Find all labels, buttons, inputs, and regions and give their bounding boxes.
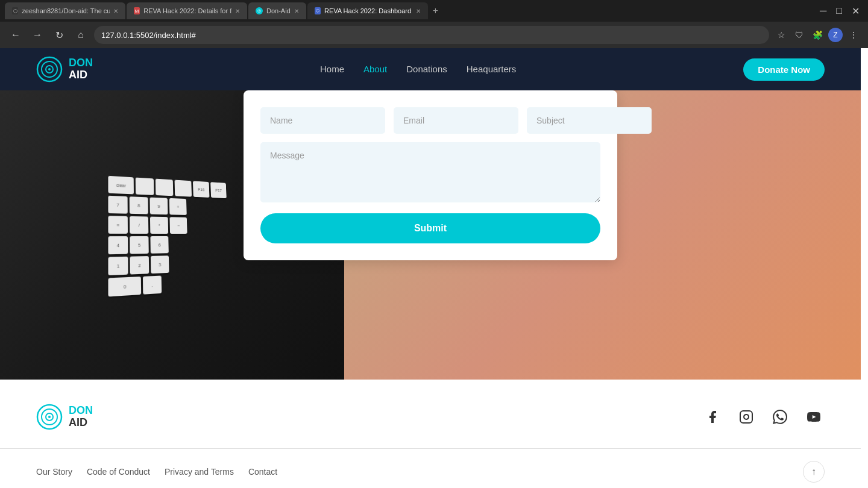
instagram-icon[interactable] <box>735 406 757 428</box>
tab-2[interactable]: M REVA Hack 2022: Details for fina... ✕ <box>127 2 247 19</box>
logo-line2: AID <box>69 69 93 81</box>
footer-logo-icon <box>36 404 63 430</box>
svg-rect-8 <box>740 411 752 423</box>
nav-headquarters[interactable]: Heaquarters <box>467 64 517 74</box>
footer-logo-text: DON AID <box>69 405 93 429</box>
logo-line1: DON <box>69 57 93 69</box>
bookmark-icon[interactable]: ☆ <box>774 28 788 42</box>
back-button[interactable]: ← <box>7 27 24 43</box>
shield-icon[interactable]: 🛡 <box>792 28 807 42</box>
footer-link-privacy[interactable]: Privacy and Terms <box>165 467 234 477</box>
youtube-icon[interactable] <box>803 406 825 428</box>
footer-logo: DON AID <box>36 404 93 430</box>
donate-now-button[interactable]: Donate Now <box>743 58 825 81</box>
browser-window: ⬡ zeeshan8281/Don-aid: The curre... ✕ M … <box>0 0 868 48</box>
nav-about[interactable]: About <box>363 64 387 74</box>
logo-icon <box>36 56 63 83</box>
profile-icon[interactable]: Z <box>828 28 843 42</box>
forward-button[interactable]: → <box>29 27 46 43</box>
keyboard-rows: clear F16 F17 7 8 9 + <box>108 176 231 297</box>
hero-section: clear F16 F17 7 8 9 + <box>0 90 861 380</box>
nav-home[interactable]: Home <box>320 64 344 74</box>
facebook-icon[interactable] <box>702 406 723 428</box>
form-row-1 <box>260 107 600 134</box>
tab-4[interactable]: ⬡ REVA Hack 2022: Dashboard | D... ✕ <box>307 2 428 19</box>
home-button[interactable]: ⌂ <box>72 27 89 43</box>
tab-close-1[interactable]: ✕ <box>113 8 118 14</box>
address-bar[interactable] <box>94 26 769 44</box>
website-content: DON AID Home About Donations Heaquarters… <box>0 48 861 488</box>
tab-close-4[interactable]: ✕ <box>416 8 421 14</box>
email-input[interactable] <box>394 107 518 134</box>
browser-toolbar: ← → ↻ ⌂ ☆ 🛡 🧩 Z ⋮ <box>0 22 868 48</box>
toolbar-icons: ☆ 🛡 🧩 Z ⋮ <box>774 28 861 42</box>
tab-close-2[interactable]: ✕ <box>235 8 240 14</box>
footer-top: DON AID <box>36 404 825 448</box>
footer-links: Our Story Code of Conduct Privacy and Te… <box>36 467 277 477</box>
logo-text: DON AID <box>69 57 93 81</box>
minimize-button[interactable]: ─ <box>816 5 830 17</box>
subject-input[interactable] <box>527 107 652 134</box>
tab-close-3[interactable]: ✕ <box>294 8 299 14</box>
footer-link-our-story[interactable]: Our Story <box>36 467 72 477</box>
tab-3[interactable]: ◎ Don-Aid ✕ <box>248 2 306 19</box>
tab-1[interactable]: ⬡ zeeshan8281/Don-aid: The curre... ✕ <box>5 2 125 19</box>
menu-icon[interactable]: ⋮ <box>846 28 861 42</box>
new-tab-button[interactable]: + <box>429 5 442 16</box>
refresh-button[interactable]: ↻ <box>51 27 68 43</box>
footer: DON AID <box>0 380 861 488</box>
svg-point-7 <box>48 416 51 418</box>
logo: DON AID <box>36 56 93 83</box>
footer-bottom: Our Story Code of Conduct Privacy and Te… <box>36 449 825 483</box>
footer-link-contact[interactable]: Contact <box>248 467 277 477</box>
extension-icon[interactable]: 🧩 <box>810 28 825 42</box>
nav-links: Home About Donations Heaquarters <box>320 64 516 75</box>
social-icons <box>702 406 825 428</box>
nav-donations[interactable]: Donations <box>406 64 447 74</box>
svg-point-3 <box>48 68 51 70</box>
browser-tabs: ⬡ zeeshan8281/Don-aid: The curre... ✕ M … <box>0 0 868 22</box>
navbar: DON AID Home About Donations Heaquarters… <box>0 48 861 90</box>
close-window-button[interactable]: ✕ <box>848 5 863 17</box>
name-input[interactable] <box>260 107 385 134</box>
whatsapp-icon[interactable] <box>769 406 791 428</box>
message-textarea[interactable] <box>260 142 600 202</box>
submit-button[interactable]: Submit <box>260 213 600 243</box>
footer-link-code-of-conduct[interactable]: Code of Conduct <box>87 467 150 477</box>
restore-button[interactable]: □ <box>832 5 846 17</box>
contact-form-card: Submit <box>244 90 617 260</box>
back-to-top-button[interactable]: ↑ <box>803 461 825 483</box>
